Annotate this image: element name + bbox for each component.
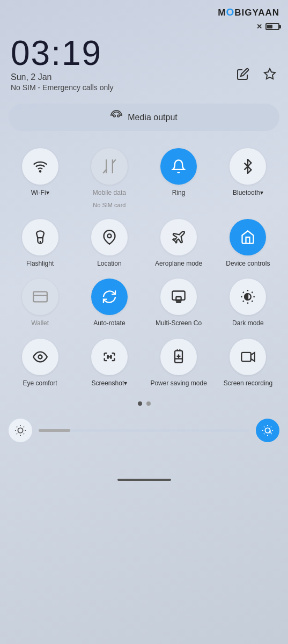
tile-multi-screen-label: Multi-Screen Co (156, 319, 202, 328)
media-output-button[interactable]: Media output (9, 104, 279, 131)
svg-line-55 (264, 434, 264, 434)
svg-point-22 (38, 355, 42, 358)
tile-ring[interactable]: Ring (144, 142, 213, 213)
tile-screenshot[interactable]: Screenshot▾ (75, 332, 144, 392)
tile-eye-comfort-label: Eye comfort (23, 379, 57, 388)
tile-screen-recording[interactable]: Screen recording (213, 332, 283, 392)
tile-wallet-circle (22, 279, 58, 315)
sim-blocked-icon: ✕ (256, 23, 262, 31)
brightness-row: A (0, 413, 288, 448)
media-output-label: Media output (128, 113, 178, 122)
dot-2 (146, 401, 151, 406)
svg-point-1 (114, 115, 116, 117)
tile-mobile-data-label: Mobile data (93, 189, 126, 197)
tile-power-saving[interactable]: Power saving mode (144, 332, 213, 392)
svg-line-43 (24, 434, 24, 434)
tile-location-label: Location (97, 260, 121, 268)
tile-flashlight-label: Flashlight (26, 260, 54, 268)
tile-aeroplane-label: Aeroplane mode (155, 260, 202, 268)
tile-aeroplane-circle (160, 219, 197, 255)
tile-wifi-label: Wi-Fi▾ (31, 189, 49, 197)
svg-line-21 (252, 292, 253, 293)
tile-screen-recording-circle (230, 339, 266, 375)
status-bar: ✕ (0, 23, 288, 31)
battery-icon (265, 23, 279, 30)
header-icons (233, 64, 279, 84)
dot-1 (138, 401, 142, 406)
tile-auto-rotate-circle (91, 279, 128, 315)
tile-location-circle (91, 219, 128, 255)
tile-wifi[interactable]: Wi-Fi▾ (5, 142, 75, 213)
tile-wallet[interactable]: Wallet (5, 272, 75, 332)
tile-flashlight-circle (22, 219, 58, 255)
tile-dark-mode[interactable]: Dark mode (213, 272, 283, 332)
settings-button[interactable] (260, 64, 279, 84)
svg-line-51 (264, 427, 264, 427)
tile-eye-comfort-circle (22, 339, 58, 375)
tile-dark-mode-circle (230, 279, 266, 315)
tile-screenshot-label: Screenshot▾ (92, 379, 128, 388)
brand-bar: MOBIGYAAN (0, 0, 288, 19)
pagination-dots (0, 401, 288, 406)
edit-button[interactable] (233, 64, 253, 84)
svg-rect-37 (242, 353, 252, 361)
tile-multi-screen-circle (160, 279, 197, 315)
svg-line-46 (17, 434, 17, 434)
tile-device-controls-circle (230, 219, 266, 255)
battery-fill (267, 25, 272, 28)
svg-line-17 (252, 301, 253, 302)
tile-device-controls-label: Device controls (226, 260, 270, 268)
tile-auto-rotate[interactable]: Auto-rotate (75, 272, 144, 332)
tile-ring-label: Ring (172, 189, 186, 197)
tile-flashlight[interactable]: Flashlight (5, 213, 75, 273)
brightness-icon-left (9, 419, 32, 442)
svg-line-47 (24, 427, 24, 427)
svg-line-16 (243, 292, 244, 293)
media-output-icon (110, 110, 122, 125)
brand-logo: MOBIGYAAN (218, 6, 279, 18)
tile-dark-mode-label: Dark mode (232, 319, 264, 328)
tile-bluetooth-circle (230, 148, 266, 185)
tile-screen-recording-label: Screen recording (224, 379, 272, 388)
nav-home-indicator (117, 479, 171, 481)
bottom-area (0, 448, 288, 491)
tile-bluetooth-label: Bluetooth▾ (233, 189, 263, 197)
svg-line-20 (243, 301, 244, 302)
svg-marker-0 (264, 69, 275, 79)
tile-device-controls[interactable]: Device controls (213, 213, 283, 273)
tile-screenshot-circle (91, 339, 128, 375)
quick-tiles-grid: Wi-Fi▾ Mobile data No SIM card Ring (0, 136, 288, 397)
svg-line-56 (271, 427, 271, 427)
svg-point-7 (107, 234, 111, 238)
tile-multi-screen[interactable]: Multi-Screen Co (144, 272, 213, 332)
svg-text:A: A (269, 430, 272, 435)
tile-location[interactable]: Location (75, 213, 144, 273)
svg-line-42 (17, 427, 17, 427)
brightness-fill (39, 429, 70, 432)
clock-section: 03:19 Sun, 2 Jan No SIM - Emergency call… (0, 31, 288, 94)
svg-rect-10 (172, 291, 184, 300)
svg-point-39 (18, 428, 23, 433)
tile-power-saving-circle (160, 339, 197, 375)
clock-status: No SIM - Emergency calls only (11, 83, 277, 92)
tile-mobile-data[interactable]: Mobile data No SIM card (75, 142, 144, 213)
tile-mobile-data-sub: No SIM card (93, 202, 125, 208)
svg-point-2 (117, 115, 120, 117)
tile-mobile-data-circle (91, 148, 128, 185)
tile-wallet-label: Wallet (31, 319, 49, 328)
tile-power-saving-label: Power saving mode (150, 379, 206, 388)
brightness-auto-button[interactable]: A (256, 419, 279, 442)
svg-rect-8 (33, 292, 47, 302)
brightness-slider[interactable] (39, 429, 249, 432)
tile-wifi-circle (22, 148, 58, 185)
tile-auto-rotate-label: Auto-rotate (93, 319, 125, 328)
svg-point-3 (39, 171, 40, 172)
tile-aeroplane[interactable]: Aeroplane mode (144, 213, 213, 273)
tile-bluetooth[interactable]: Bluetooth▾ (213, 142, 283, 213)
tile-ring-circle (160, 148, 197, 185)
tile-eye-comfort[interactable]: Eye comfort (5, 332, 75, 392)
